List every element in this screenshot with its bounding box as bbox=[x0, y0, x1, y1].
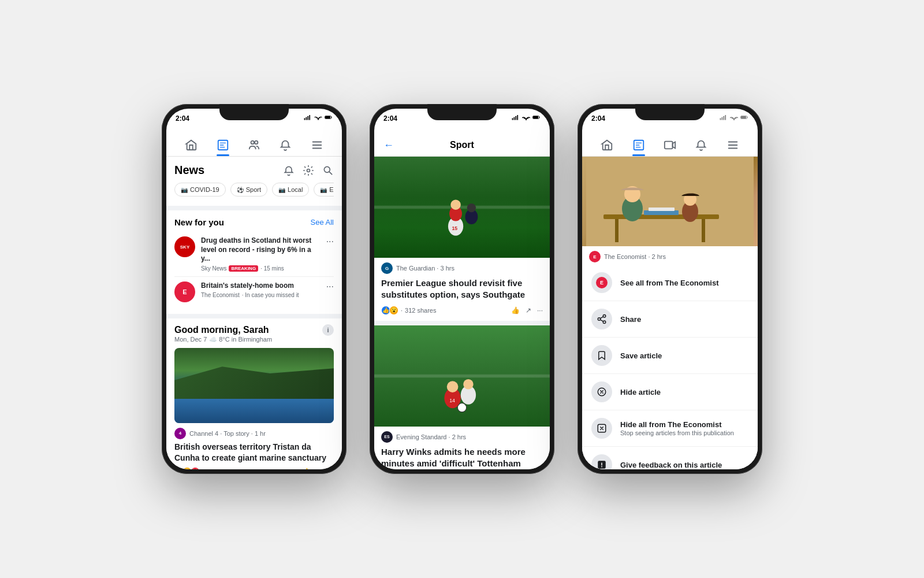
sport-scene-2: 14 bbox=[374, 325, 550, 427]
menu-item-share[interactable]: Share bbox=[582, 301, 758, 338]
feed-header-icons bbox=[283, 165, 334, 176]
pill-covid[interactable]: 📷 COVID-19 bbox=[174, 183, 226, 197]
svg-point-10 bbox=[307, 169, 310, 172]
sport-share-btn-1[interactable]: ↗ bbox=[526, 306, 531, 314]
greeting-text: Good morning, Sarah bbox=[174, 325, 269, 335]
nav-bell-1[interactable] bbox=[279, 139, 292, 151]
nav-home-3[interactable] bbox=[601, 139, 613, 151]
more-btn-2[interactable]: ··· bbox=[326, 281, 334, 292]
pill-local[interactable]: 📷 Local bbox=[272, 183, 309, 197]
pill-sport[interactable]: ⚽ Sport bbox=[230, 183, 267, 197]
sport-article-1[interactable]: 15 G The Guardian · 3 hrs bbox=[374, 157, 550, 321]
more-btn-1[interactable]: ··· bbox=[326, 236, 334, 247]
nav-people-1[interactable] bbox=[248, 139, 260, 151]
signal-icon-3 bbox=[720, 114, 728, 120]
share-menu-icon bbox=[597, 314, 607, 324]
hide-all-menu-icon bbox=[597, 423, 607, 433]
weather-text: ☁️ 8°C in Birmingham bbox=[209, 336, 272, 343]
svg-rect-12 bbox=[512, 118, 513, 120]
svg-rect-6 bbox=[325, 116, 330, 118]
menu-item-see-all[interactable]: E See all from The Economist bbox=[582, 265, 758, 301]
classroom-visual bbox=[582, 157, 758, 246]
svg-point-31 bbox=[463, 379, 474, 389]
back-btn[interactable]: ← bbox=[383, 139, 394, 151]
like-btn-1[interactable]: 👍 bbox=[302, 468, 311, 469]
status-time-1: 2:04 bbox=[176, 114, 189, 123]
share-icon-circle bbox=[591, 309, 612, 329]
wifi-icon-2 bbox=[522, 114, 530, 120]
menu-item-hide[interactable]: Hide article bbox=[582, 374, 758, 410]
coastal-cliff-visual bbox=[174, 366, 334, 401]
share-btn-1[interactable]: ↗ bbox=[316, 468, 322, 469]
save-content: Save article bbox=[620, 351, 662, 360]
article-source-3: The Economist · 2 hrs bbox=[604, 253, 666, 260]
guardian-source: The Guardian · 3 hrs bbox=[396, 265, 454, 272]
menu-item-save[interactable]: Save article bbox=[582, 338, 758, 374]
see-all-btn[interactable]: See All bbox=[311, 218, 334, 227]
news-item-2[interactable]: E Britain's stately-home boom The Econom… bbox=[174, 277, 334, 307]
news-meta-2: The Economist · In case you missed it bbox=[201, 292, 321, 298]
pill-e[interactable]: 📷 E bbox=[314, 183, 334, 197]
sky-time: · 15 mins bbox=[260, 265, 284, 272]
sport-more-btn-1[interactable]: ··· bbox=[537, 306, 543, 314]
info-icon[interactable]: i bbox=[322, 324, 334, 336]
news-headline-1: Drug deaths in Scotland hit worst level … bbox=[201, 236, 321, 264]
battery-icon bbox=[325, 114, 333, 120]
svg-point-22 bbox=[450, 199, 461, 210]
nav-news-1[interactable] bbox=[217, 139, 229, 151]
svg-rect-19 bbox=[399, 157, 526, 258]
menu-item-hide-all[interactable]: Hide all from The Economist Stop seeing … bbox=[582, 410, 758, 447]
feed-content-1[interactable]: News bbox=[166, 157, 342, 469]
svg-point-37 bbox=[733, 119, 735, 120]
article-source-line-3: E The Economist · 2 hrs bbox=[582, 246, 758, 265]
bell-header-icon[interactable] bbox=[283, 165, 295, 176]
new-for-you-header: New for you See All bbox=[174, 217, 334, 227]
news-item-1-content: Drug deaths in Scotland hit worst level … bbox=[201, 236, 321, 272]
nav-news-3[interactable] bbox=[632, 139, 645, 151]
sport-title: Sport bbox=[450, 140, 474, 150]
nav-menu-1[interactable] bbox=[311, 139, 323, 151]
guardian-logo: G bbox=[381, 262, 393, 274]
sport-like-btn-1[interactable]: 👍 bbox=[511, 306, 520, 314]
category-pills[interactable]: 📷 COVID-19 ⚽ Sport 📷 Local 📷 bbox=[174, 183, 334, 199]
reaction-emojis-1: 👍 😮 ❤️ bbox=[174, 467, 200, 469]
news-item-2-content: Britain's stately-home boom The Economis… bbox=[201, 281, 321, 299]
phone3-nav bbox=[582, 134, 758, 157]
nav-bell-3[interactable] bbox=[695, 139, 707, 151]
nav-menu-3[interactable] bbox=[726, 139, 739, 151]
action-btns-1: 👍 ↗ ··· bbox=[302, 468, 334, 469]
pill-e-label: E bbox=[329, 186, 333, 193]
feed-header: News bbox=[174, 164, 334, 177]
sport-scene-1: 15 bbox=[374, 157, 550, 258]
phone3-content: E The Economist · 2 hrs E bbox=[582, 157, 758, 469]
svg-point-9 bbox=[255, 141, 258, 144]
more-btn-main[interactable]: ··· bbox=[328, 468, 334, 469]
status-icons-1 bbox=[304, 114, 333, 120]
status-time-2: 2:04 bbox=[383, 114, 397, 123]
news-item-1[interactable]: SKY Drug deaths in Scotland hit worst le… bbox=[174, 232, 334, 277]
nav-video-3[interactable] bbox=[664, 139, 676, 151]
hide-all-icon-circle bbox=[591, 418, 612, 439]
status-time-3: 2:04 bbox=[591, 114, 605, 123]
menu-item-feedback[interactable]: Give feedback on this article bbox=[582, 447, 758, 469]
hide-all-label: Hide all from The Economist bbox=[620, 420, 734, 429]
nav-home-1[interactable] bbox=[185, 139, 198, 151]
hide-content: Hide article bbox=[620, 388, 661, 397]
sport-shares-1: 312 shares bbox=[405, 307, 436, 314]
sport-feed[interactable]: 15 G The Guardian · 3 hrs bbox=[374, 157, 550, 469]
svg-point-24 bbox=[467, 203, 476, 212]
evening-std-logo: ES bbox=[381, 431, 393, 443]
greeting-date: Mon, Dec 7 bbox=[174, 336, 207, 343]
see-all-icon-circle: E bbox=[591, 272, 612, 293]
see-all-content: See all from The Economist bbox=[620, 279, 719, 287]
main-article-title: British overseas territory Tristan da Cu… bbox=[174, 442, 334, 464]
save-label: Save article bbox=[620, 351, 662, 360]
svg-rect-0 bbox=[304, 118, 305, 120]
settings-header-icon[interactable] bbox=[303, 165, 314, 176]
svg-rect-33 bbox=[720, 118, 721, 120]
coastal-water-visual bbox=[174, 399, 334, 423]
search-header-icon[interactable] bbox=[322, 165, 334, 176]
sport-article-2[interactable]: 14 ES E bbox=[374, 325, 550, 470]
covid-pill-icon: 📷 bbox=[181, 187, 188, 193]
economist-menu-icon: E bbox=[596, 277, 608, 288]
